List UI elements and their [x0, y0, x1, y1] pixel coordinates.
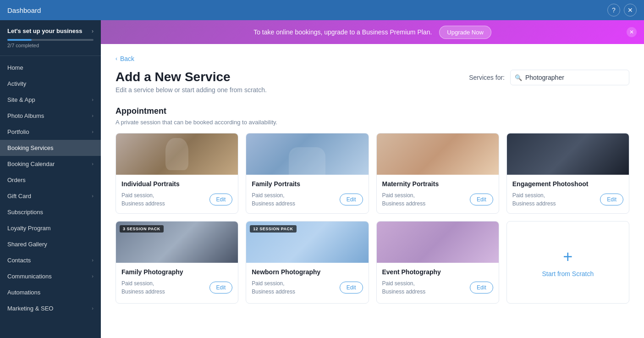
- badge-12-session: 12 SESSION PACK: [250, 225, 296, 233]
- sidebar-item-home[interactable]: Home: [0, 60, 101, 76]
- card-footer: Paid session,Business address Edit: [252, 191, 363, 208]
- sidebar-item-label: Home: [7, 64, 23, 71]
- edit-maternity-button[interactable]: Edit: [470, 194, 493, 205]
- sidebar-item-booking-calendar[interactable]: Booking Calendar ›: [0, 156, 101, 172]
- card-meta: Paid session,Business address: [512, 191, 556, 208]
- card-footer: Paid session,Business address Edit: [512, 191, 623, 208]
- sidebar-item-communications[interactable]: Communications ›: [0, 268, 101, 284]
- card-maternity-portraits[interactable]: Maternity Portraits Paid session,Busines…: [376, 133, 499, 214]
- card-image-maternity: [377, 133, 499, 175]
- sidebar-item-label: Automations: [7, 289, 40, 296]
- card-individual-portraits[interactable]: Individual Portraits Paid session,Busine…: [116, 133, 238, 214]
- sidebar-item-label: Communications: [7, 273, 52, 280]
- sidebar-item-marketing-seo[interactable]: Marketing & SEO ›: [0, 300, 101, 316]
- sidebar-item-contacts[interactable]: Contacts ›: [0, 252, 101, 268]
- sidebar-item-portfolio[interactable]: Portfolio ›: [0, 124, 101, 140]
- search-icon: 🔍: [515, 74, 522, 81]
- chevron-right-icon: ›: [92, 305, 94, 311]
- edit-engagement-button[interactable]: Edit: [600, 194, 623, 205]
- back-chevron-icon: ‹: [116, 55, 117, 62]
- card-family-portraits[interactable]: Family Portraits Paid session,Business a…: [246, 133, 369, 214]
- sidebar-item-label: Subscriptions: [7, 209, 43, 216]
- services-for: Services for: 🔍: [469, 70, 629, 85]
- progress-fill: [7, 39, 32, 41]
- card-body: Newborn Photography Paid session,Busines…: [246, 263, 368, 301]
- back-link[interactable]: ‹ Back: [116, 55, 629, 62]
- chevron-right-icon: ›: [92, 161, 94, 166]
- card-name: Event Photography: [382, 268, 493, 276]
- card-body: Family Photography Paid session,Business…: [116, 263, 238, 301]
- page-content: ‹ Back Add a New Service Edit a service …: [101, 44, 644, 338]
- search-input[interactable]: [510, 70, 629, 85]
- sidebar-nav: Home Activity Site & App › Photo Albums …: [0, 56, 101, 320]
- card-image-family-photo: 3 SESSION PACK: [116, 222, 238, 263]
- page-subtitle: Edit a service below or start adding one…: [116, 86, 267, 94]
- card-image-event: [377, 222, 499, 263]
- sidebar-setup[interactable]: Let's set up your business › 2/7 complet…: [0, 20, 101, 56]
- content-area: To take online bookings, upgrade to a Bu…: [101, 20, 644, 338]
- setup-chevron-icon: ›: [92, 28, 94, 34]
- services-search: 🔍: [510, 70, 629, 85]
- sidebar-item-orders[interactable]: Orders: [0, 172, 101, 188]
- sidebar-item-label: Orders: [7, 177, 26, 183]
- completed-text: 2/7 completed: [7, 43, 94, 48]
- sidebar-item-automations[interactable]: Automations: [0, 284, 101, 300]
- cards-grid-row2: 3 SESSION PACK Family Photography Paid s…: [116, 221, 629, 304]
- card-name: Family Photography: [121, 268, 232, 276]
- sidebar-item-label: Shared Gallery: [7, 241, 47, 248]
- card-name: Newborn Photography: [252, 268, 363, 276]
- sidebar-item-loyalty-program[interactable]: Loyalty Program: [0, 220, 101, 236]
- chevron-right-icon: ›: [92, 129, 94, 134]
- sidebar-item-shared-gallery[interactable]: Shared Gallery: [0, 236, 101, 252]
- card-name: Family Portraits: [252, 180, 363, 188]
- sidebar-item-subscriptions[interactable]: Subscriptions: [0, 204, 101, 220]
- card-body: Individual Portraits Paid session,Busine…: [116, 175, 238, 213]
- badge-3-session: 3 SESSION PACK: [120, 225, 164, 233]
- chevron-right-icon: ›: [92, 273, 94, 279]
- card-engagement-photoshoot[interactable]: Engagement Photoshoot Paid session,Busin…: [506, 133, 629, 214]
- page-header-left: Add a New Service Edit a service below o…: [116, 70, 267, 94]
- sidebar-item-booking-services[interactable]: Booking Services: [0, 140, 101, 156]
- sidebar-item-activity[interactable]: Activity: [0, 76, 101, 92]
- sidebar-item-gift-card[interactable]: Gift Card ›: [0, 188, 101, 204]
- card-body: Family Portraits Paid session,Business a…: [246, 175, 368, 213]
- card-image-newborn: 12 SESSION PACK: [246, 222, 368, 263]
- card-body: Maternity Portraits Paid session,Busines…: [377, 175, 499, 213]
- card-event-photography[interactable]: Event Photography Paid session,Business …: [376, 221, 499, 304]
- edit-event-button[interactable]: Edit: [470, 282, 493, 294]
- card-newborn-photography[interactable]: 12 SESSION PACK Newborn Photography Paid…: [246, 221, 369, 304]
- card-image-individual: [116, 133, 238, 175]
- upgrade-now-button[interactable]: Upgrade Now: [439, 26, 491, 39]
- card-body: Engagement Photoshoot Paid session,Busin…: [507, 175, 629, 213]
- card-footer: Paid session,Business address Edit: [382, 191, 493, 208]
- upgrade-banner: To take online bookings, upgrade to a Bu…: [101, 20, 644, 44]
- close-button[interactable]: ✕: [624, 4, 637, 17]
- edit-family-portraits-button[interactable]: Edit: [340, 194, 363, 205]
- chevron-right-icon: ›: [92, 113, 94, 118]
- sidebar-item-label: Gift Card: [7, 193, 31, 199]
- card-meta: Paid session,Business address: [382, 279, 426, 296]
- page-header: Add a New Service Edit a service below o…: [116, 70, 629, 94]
- chevron-right-icon: ›: [92, 193, 94, 199]
- card-meta: Paid session,Business address: [252, 279, 295, 296]
- scratch-label: Start from Scratch: [542, 270, 594, 277]
- edit-individual-button[interactable]: Edit: [209, 194, 233, 205]
- card-family-photography[interactable]: 3 SESSION PACK Family Photography Paid s…: [116, 221, 238, 304]
- sidebar-item-label: Booking Services: [7, 144, 53, 151]
- appointment-section: Appointment A private session that can b…: [116, 106, 629, 304]
- sidebar: Let's set up your business › 2/7 complet…: [0, 20, 101, 338]
- card-name: Engagement Photoshoot: [512, 180, 623, 188]
- banner-close-button[interactable]: ✕: [627, 27, 637, 37]
- sidebar-item-label: Marketing & SEO: [7, 305, 53, 312]
- edit-family-photo-button[interactable]: Edit: [209, 282, 233, 294]
- card-meta: Paid session,Business address: [252, 191, 295, 208]
- sidebar-setup-header: Let's set up your business ›: [7, 28, 94, 35]
- card-footer: Paid session,Business address Edit: [382, 279, 493, 296]
- edit-newborn-button[interactable]: Edit: [340, 282, 363, 294]
- sidebar-item-site-app[interactable]: Site & App ›: [0, 92, 101, 108]
- sidebar-item-photo-albums[interactable]: Photo Albums ›: [0, 108, 101, 124]
- start-from-scratch-card[interactable]: + Start from Scratch: [506, 221, 629, 304]
- help-button[interactable]: ?: [607, 4, 620, 17]
- card-body: Event Photography Paid session,Business …: [377, 263, 499, 301]
- sidebar-item-label: Contacts: [7, 257, 31, 264]
